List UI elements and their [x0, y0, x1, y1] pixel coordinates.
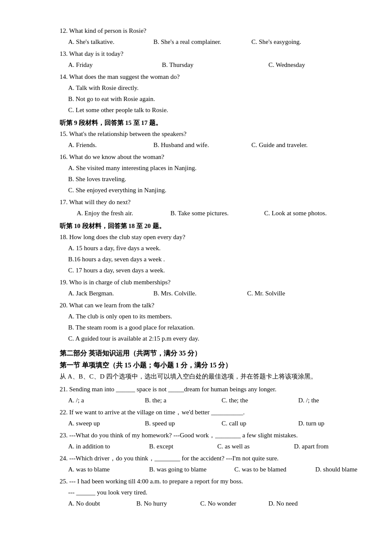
section-10-header: 听第 10 段材料，回答第 18 至 20 题。: [60, 221, 358, 231]
section1-header: 第一节 单项填空（共 15 小题；每小题 1 分，满分 15 分）: [60, 360, 358, 371]
option-14a: A. Talk with Rosie directly.: [68, 83, 358, 93]
option-22d: D. turn up: [298, 418, 324, 428]
question-14: 14. What does the man suggest the woman …: [60, 72, 358, 115]
option-20b: B. The steam room is a good place for re…: [68, 322, 358, 332]
option-19a: A. Jack Bergman.: [68, 288, 153, 298]
option-16c: C. She enjoyed everything in Nanjing.: [68, 185, 358, 195]
question-25: 25. --- I had been working till 4:00 a.m…: [60, 476, 358, 509]
question-21-text: 21. Sending man into ______ space is not…: [60, 384, 358, 394]
option-21b: B. the; a: [145, 395, 222, 405]
question-20: 20. What can we learn from the talk? A. …: [60, 300, 358, 344]
question-13-options: A. Friday B. Thursday C. Wednesday: [68, 60, 358, 70]
option-23c: C. as well as: [217, 441, 294, 451]
question-21: 21. Sending man into ______ space is not…: [60, 384, 358, 405]
question-24-options: A. was to blame B. was going to blame C.…: [68, 464, 358, 474]
question-14-text: 14. What does the man suggest the woman …: [60, 72, 358, 82]
option-24b: B. was going to blame: [149, 464, 234, 474]
option-13c: C. Wednesday: [268, 60, 305, 70]
question-12: 12. What kind of person is Rosie? A. She…: [60, 26, 358, 47]
question-17: 17. What will they do next? A. Enjoy the…: [60, 197, 358, 218]
question-24-text: 24. ---Which driver，do you think，_______…: [60, 453, 358, 463]
option-23b: B. except: [149, 441, 217, 451]
question-21-options: A. /; a B. the; a C. the; the D. /; the: [68, 395, 358, 405]
option-21a: A. /; a: [68, 395, 145, 405]
part2-header: 第二部分 英语知识运用（共两节，满分 35 分）: [60, 348, 358, 359]
question-12-text: 12. What kind of person is Rosie?: [60, 26, 358, 36]
question-15-options: A. Friends. B. Husband and wife. C. Guid…: [68, 140, 358, 150]
option-17a: A. Enjoy the fresh air.: [77, 208, 170, 218]
question-24: 24. ---Which driver，do you think，_______…: [60, 453, 358, 474]
option-18b: B.16 hours a day, seven days a week .: [68, 254, 358, 264]
question-19: 19. Who is in charge of club memberships…: [60, 277, 358, 298]
question-19-text: 19. Who is in charge of club memberships…: [60, 277, 358, 287]
option-13a: A. Friday: [68, 60, 162, 70]
option-25a: A. No doubt: [68, 498, 136, 509]
question-17-options: A. Enjoy the fresh air. B. Take some pic…: [77, 208, 358, 218]
option-17c: C. Look at some photos.: [264, 208, 327, 218]
question-25-text: 25. --- I had been working till 4:00 a.m…: [60, 476, 358, 486]
option-24c: C. was to be blamed: [234, 464, 315, 474]
option-16a: A. She visited many interesting places i…: [68, 163, 358, 173]
option-13b: B. Thursday: [162, 60, 268, 70]
option-23a: A. in addition to: [68, 441, 149, 451]
option-21c: C. the; the: [222, 395, 298, 405]
page-content: 12. What kind of person is Rosie? A. She…: [60, 26, 358, 509]
option-15a: A. Friends.: [68, 140, 153, 150]
question-25-text2: --- ______ you look very tired.: [68, 487, 358, 497]
question-16-text: 16. What do we know about the woman?: [60, 152, 358, 162]
option-18a: A. 15 hours a day, five days a week.: [68, 243, 358, 253]
question-23-options: A. in addition to B. except C. as well a…: [68, 441, 358, 451]
option-25d: D. No need: [268, 498, 298, 509]
option-12a: A. She's talkative.: [68, 37, 153, 47]
option-23d: D. apart from: [294, 441, 329, 451]
question-22: 22. If we want to arrive at the village …: [60, 407, 358, 428]
option-15b: B. Husband and wife.: [153, 140, 251, 150]
option-24a: A. was to blame: [68, 464, 149, 474]
option-24d: D. should blame: [315, 464, 357, 474]
question-16: 16. What do we know about the woman? A. …: [60, 152, 358, 195]
question-17-text: 17. What will they do next?: [60, 197, 358, 207]
question-22-options: A. sweep up B. speed up C. call up D. tu…: [68, 418, 358, 428]
option-20c: C. A guided tour is available at 2:15 p.…: [68, 333, 358, 344]
option-20a: A. The club is only open to its members.: [68, 311, 358, 321]
option-15c: C. Guide and traveler.: [251, 140, 308, 150]
question-12-options: A. She's talkative. B. She's a real comp…: [68, 37, 358, 47]
question-22-text: 22. If we want to arrive at the village …: [60, 407, 358, 417]
option-16b: B. She loves traveling.: [68, 174, 358, 184]
question-18: 18. How long does the club stay open eve…: [60, 232, 358, 275]
option-19b: B. Mrs. Colville.: [153, 288, 247, 298]
option-25b: B. No hurry: [136, 498, 200, 509]
question-13-text: 13. What day is it today?: [60, 49, 358, 59]
instruction: 从 A、B、C、D 四个选项中，选出可以填入空白处的最佳选项，并在答题卡上将该项…: [60, 371, 358, 382]
option-22a: A. sweep up: [68, 418, 145, 428]
option-12c: C. She's easygoing.: [251, 37, 328, 47]
option-14b: B. Not go to eat with Rosie again.: [68, 94, 358, 104]
option-18c: C. 17 hours a day, seven days a week.: [68, 265, 358, 275]
question-15: 15. What's the relationship between the …: [60, 129, 358, 150]
question-20-text: 20. What can we learn from the talk?: [60, 300, 358, 310]
question-15-text: 15. What's the relationship between the …: [60, 129, 358, 139]
option-14c: C. Let some other people talk to Rosie.: [68, 105, 358, 115]
question-18-text: 18. How long does the club stay open eve…: [60, 232, 358, 242]
question-25-options: A. No doubt B. No hurry C. No wonder D. …: [68, 498, 358, 509]
question-13: 13. What day is it today? A. Friday B. T…: [60, 49, 358, 70]
question-23: 23. ---What do you think of my homework?…: [60, 430, 358, 451]
option-25c: C. No wonder: [200, 498, 268, 509]
option-19c: C. Mr. Solville: [247, 288, 285, 298]
question-23-text: 23. ---What do you think of my homework?…: [60, 430, 358, 440]
option-22c: C. call up: [222, 418, 298, 428]
option-22b: B. speed up: [145, 418, 222, 428]
section-9-header: 听第 9 段材料，回答第 15 至 17 题。: [60, 118, 358, 128]
question-19-options: A. Jack Bergman. B. Mrs. Colville. C. Mr…: [68, 288, 358, 298]
option-17b: B. Take some pictures.: [170, 208, 264, 218]
option-12b: B. She's a real complainer.: [153, 37, 251, 47]
option-21d: D. /; the: [298, 395, 319, 405]
